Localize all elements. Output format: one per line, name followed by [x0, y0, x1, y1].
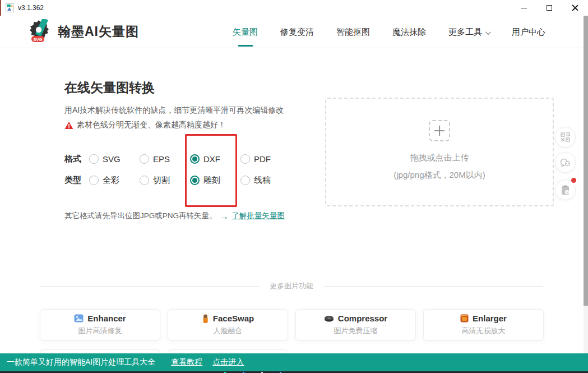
- option-label: 雕刻: [203, 175, 220, 186]
- option-label: PDF: [254, 154, 271, 164]
- radio-icon: [140, 176, 149, 185]
- card-desc: 图片高清修复: [78, 326, 122, 336]
- format-option-dxf[interactable]: DXF: [190, 154, 240, 164]
- red-highlight-box: [185, 134, 237, 207]
- notification-badge: [571, 178, 576, 183]
- nav-matting[interactable]: 智能抠图: [336, 27, 370, 38]
- upload-dropzone[interactable]: 拖拽或点击上传 (jpg/png格式，20M以内): [325, 98, 554, 206]
- maximize-icon: [547, 5, 552, 11]
- header: SVG 翰墨AI矢量图 矢量图 修复变清 智能抠图 魔法抹除 更多工具 用户中心: [0, 16, 588, 48]
- format-option-eps[interactable]: EPS: [140, 154, 190, 164]
- page-title: 在线矢量图转换: [64, 79, 155, 96]
- card-desc: 图片免费压缩: [334, 326, 378, 336]
- page-subtitle: 用AI技术解决传统软件的缺点，细节更清晰平滑可再次编辑修改: [64, 105, 284, 116]
- qr-scan-button[interactable]: [555, 127, 576, 148]
- clipboard-history-icon: [561, 185, 570, 195]
- app-window: v3.1.362 SVG 翰墨AI矢量图 矢量图 修: [0, 0, 588, 373]
- format-option-svg[interactable]: SVG: [89, 154, 140, 164]
- card-enhancer[interactable]: Enhancer 图片高清修复: [40, 309, 160, 340]
- chevron-down-icon: [485, 29, 491, 35]
- taskbar-dot: [243, 372, 244, 373]
- chat-bubbles-icon: [560, 158, 571, 167]
- enter-link[interactable]: 点击进入: [212, 357, 244, 367]
- card-enlarger[interactable]: Enlarger 高清无损放大: [423, 309, 544, 340]
- minimize-button[interactable]: [511, 0, 536, 16]
- note-text: 其它格式请先导出位图JPG或PNG再转矢量。: [64, 211, 217, 221]
- option-label: EPS: [153, 154, 170, 164]
- option-label: 切割: [153, 175, 170, 186]
- card-desc: 高清无损放大: [462, 326, 506, 336]
- window-controls: [511, 0, 588, 16]
- type-option-engrave[interactable]: 雕刻: [190, 175, 240, 186]
- footer-bar: 一款简单又好用的智能AI图片处理工具大全 查看教程 点击进入: [0, 353, 588, 371]
- type-row: 类型 全彩 切割 雕刻 线稿: [64, 174, 291, 186]
- image-icon: [74, 314, 84, 323]
- option-label: SVG: [103, 154, 121, 164]
- type-option-lineart[interactable]: 线稿: [240, 175, 291, 186]
- logo-mark-icon: SVG: [27, 19, 53, 44]
- option-label: 全彩: [103, 175, 119, 186]
- warning-icon: [64, 121, 73, 130]
- app-version: v3.1.362: [18, 4, 44, 12]
- close-icon: [572, 4, 578, 11]
- nav-user-center[interactable]: 用户中心: [512, 27, 545, 38]
- person-icon: [202, 314, 209, 323]
- desktop-edge: [0, 0, 1, 16]
- history-button[interactable]: [555, 179, 576, 200]
- divider-line: [323, 286, 543, 287]
- note-line: 其它格式请先导出位图JPG或PNG再转矢量。 → 了解批量矢量图: [64, 211, 285, 221]
- radio-icon: [89, 154, 99, 164]
- card-compressor[interactable]: Compressor 图片免费压缩: [295, 309, 416, 340]
- card-title: Enhancer: [87, 314, 126, 323]
- format-option-pdf[interactable]: PDF: [240, 154, 291, 164]
- maximize-button[interactable]: [536, 0, 562, 16]
- chat-button[interactable]: [555, 152, 576, 173]
- qr-scan-icon: [561, 132, 570, 142]
- radio-icon: [240, 176, 250, 185]
- upload-format-hint: (jpg/png格式，20M以内): [393, 170, 485, 181]
- type-option-cut[interactable]: 切割: [140, 175, 190, 186]
- radio-icon: [240, 154, 250, 164]
- card-faceswap[interactable]: FaceSwap 人脸融合: [168, 309, 288, 340]
- close-button[interactable]: [562, 0, 588, 16]
- batch-vector-link[interactable]: 了解批量矢量图: [232, 211, 285, 221]
- option-label: 线稿: [254, 175, 271, 186]
- feature-cards: Enhancer 图片高清修复 FaceSwap 人脸融合: [40, 309, 544, 340]
- arrow-right-icon: →: [220, 211, 229, 221]
- radio-icon: [140, 154, 149, 164]
- warning-note: 素材色线分明无渐变、像素越高精度越好！: [64, 120, 226, 130]
- taskbar-dot: [280, 372, 281, 373]
- card-desc: 人脸融合: [214, 326, 243, 336]
- option-label: DXF: [203, 154, 220, 164]
- card-title: Enlarger: [473, 314, 507, 323]
- radio-checked-icon: [190, 176, 200, 185]
- disc-icon: [324, 315, 334, 322]
- type-option-fullcolor[interactable]: 全彩: [89, 175, 140, 186]
- logo[interactable]: SVG 翰墨AI矢量图: [27, 19, 139, 44]
- titlebar: v3.1.362: [0, 0, 588, 16]
- card-title: Compressor: [338, 314, 387, 323]
- footer-slogan: 一款简单又好用的智能AI图片处理工具大全: [7, 357, 155, 367]
- nav-restore[interactable]: 修复变清: [280, 27, 314, 38]
- format-label: 格式: [64, 154, 89, 164]
- scrollbar-thumb[interactable]: [584, 16, 588, 306]
- nav-more-tools[interactable]: 更多工具: [448, 27, 489, 38]
- more-features-divider: 更多图片功能: [40, 281, 543, 291]
- warning-text: 素材色线分明无渐变、像素越高精度越好！: [77, 120, 226, 130]
- app-file-icon: [6, 3, 14, 12]
- minimize-icon: [521, 8, 527, 8]
- taskbar-dot: [261, 372, 263, 373]
- taskbar-dot: [224, 372, 226, 373]
- divider-line: [40, 286, 260, 287]
- radio-checked-icon: [190, 154, 200, 164]
- main-nav: 矢量图 修复变清 智能抠图 魔法抹除 更多工具 用户中心: [233, 16, 545, 48]
- divider-text: 更多图片功能: [260, 281, 323, 291]
- nav-erase[interactable]: 魔法抹除: [392, 27, 426, 38]
- plus-icon: [429, 120, 450, 141]
- card-title: FaceSwap: [213, 314, 254, 323]
- brand-title: 翰墨AI矢量图: [58, 23, 139, 40]
- upload-hint: 拖拽或点击上传: [410, 153, 469, 163]
- nav-vector[interactable]: 矢量图: [233, 27, 258, 38]
- tutorial-link[interactable]: 查看教程: [171, 357, 202, 367]
- format-row: 格式 SVG EPS DXF PDF: [64, 153, 291, 164]
